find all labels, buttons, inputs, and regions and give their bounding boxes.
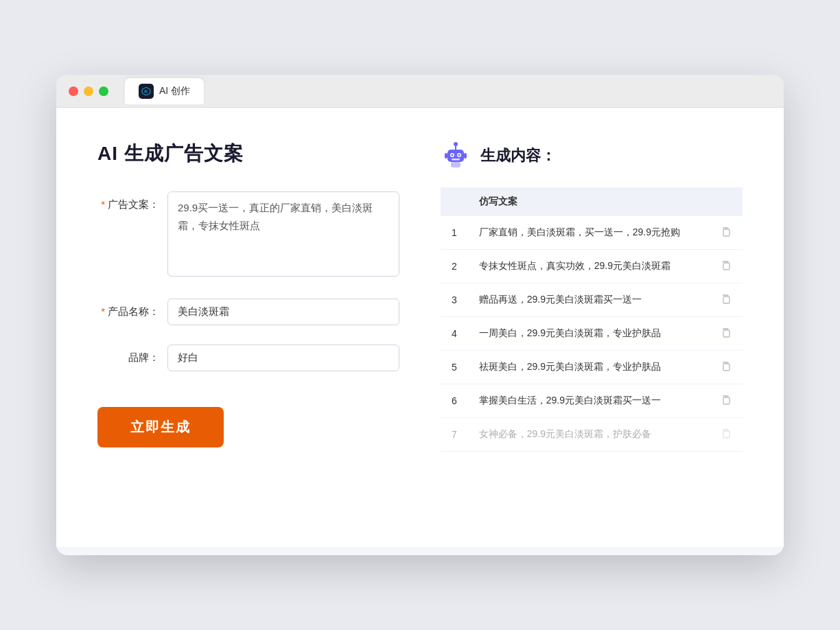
copy-icon[interactable] [721,362,732,373]
copy-cell [710,216,743,250]
product-name-label: *产品名称： [97,299,159,318]
required-star-product: * [101,305,105,317]
svg-rect-14 [723,263,730,270]
row-text: 掌握美白生活，29.9元美白淡斑霜买一送一 [468,384,710,418]
svg-rect-11 [464,153,467,159]
svg-point-7 [452,154,454,156]
ad-copy-textarea[interactable]: 29.9买一送一，真正的厂家直销，美白淡斑霜，专抹女性斑点 [167,191,399,277]
copy-icon[interactable] [721,261,732,272]
svg-rect-18 [723,397,730,404]
left-panel: AI 生成广告文案 *广告文案： 29.9买一送一，真正的厂家直销，美白淡斑霜，… [97,141,399,514]
svg-rect-10 [445,153,447,159]
copy-cell [710,317,743,351]
brand-input[interactable] [167,345,399,371]
right-panel: 生成内容： 仿写文案 1厂家直销，美白淡斑霜，买一送一，29.9元抢购 2专抹女… [441,141,743,514]
row-text: 一周美白，29.9元美白淡斑霜，专业护肤品 [468,317,710,351]
result-table: 仿写文案 1厂家直销，美白淡斑霜，买一送一，29.9元抢购 2专抹女性斑点，真实… [441,187,743,452]
svg-text:AI: AI [144,90,148,93]
col-text-header: 仿写文案 [468,187,710,216]
col-copy-header [710,187,743,216]
form-group-ad-copy: *广告文案： 29.9买一送一，真正的厂家直销，美白淡斑霜，专抹女性斑点 [97,191,399,279]
copy-cell [710,384,743,418]
page-title: AI 生成广告文案 [97,141,399,167]
form-group-product-name: *产品名称： [97,299,399,325]
row-text: 专抹女性斑点，真实功效，29.9元美白淡斑霜 [468,250,710,283]
result-header: 生成内容： [441,141,743,171]
svg-rect-15 [723,296,730,303]
row-text: 祛斑美白，29.9元美白淡斑霜，专业护肤品 [468,351,710,384]
browser-titlebar: AI AI 创作 [56,75,784,108]
copy-icon[interactable] [721,294,732,306]
svg-point-2 [454,142,458,146]
svg-point-8 [458,154,460,156]
traffic-light-green[interactable] [99,86,108,96]
row-number: 2 [441,250,468,283]
brand-input-wrap [167,345,399,371]
col-num-header [441,187,468,216]
table-row: 1厂家直销，美白淡斑霜，买一送一，29.9元抢购 [441,216,743,250]
row-text: 厂家直销，美白淡斑霜，买一送一，29.9元抢购 [468,216,710,250]
copy-icon[interactable] [721,395,732,407]
svg-rect-16 [723,330,730,337]
svg-rect-12 [451,162,460,167]
robot-icon [441,141,471,171]
svg-rect-19 [723,431,730,438]
browser-window: AI AI 创作 AI 生成广告文案 *广告文案： 29.9买一送一，真正的厂家… [56,75,784,555]
row-number: 3 [441,283,468,317]
required-star-ad: * [101,198,105,210]
copy-cell [710,418,743,452]
result-title: 生成内容： [480,145,556,166]
ad-copy-label: *广告文案： [97,191,159,211]
traffic-lights [69,86,108,96]
ad-copy-input-wrap: 29.9买一送一，真正的厂家直销，美白淡斑霜，专抹女性斑点 [167,191,399,279]
table-row: 5祛斑美白，29.9元美白淡斑霜，专业护肤品 [441,351,743,384]
table-row: 2专抹女性斑点，真实功效，29.9元美白淡斑霜 [441,250,743,283]
svg-rect-9 [452,159,460,161]
browser-content: AI 生成广告文案 *广告文案： 29.9买一送一，真正的厂家直销，美白淡斑霜，… [56,108,784,547]
row-text: 赠品再送，29.9元美白淡斑霜买一送一 [468,283,710,317]
row-number: 6 [441,384,468,418]
row-number: 5 [441,351,468,384]
table-row: 3赠品再送，29.9元美白淡斑霜买一送一 [441,283,743,317]
svg-rect-13 [723,229,730,236]
traffic-light-red[interactable] [69,86,78,96]
traffic-light-yellow[interactable] [84,86,93,96]
table-header-row: 仿写文案 [441,187,743,216]
table-row: 7女神必备，29.9元美白淡斑霜，护肤必备 [441,418,743,452]
row-number: 4 [441,317,468,351]
brand-label: 品牌： [97,345,159,364]
copy-cell [710,283,743,317]
table-row: 6掌握美白生活，29.9元美白淡斑霜买一送一 [441,384,743,418]
copy-icon[interactable] [721,328,732,340]
row-number: 1 [441,216,468,250]
svg-rect-17 [723,364,730,371]
generate-button[interactable]: 立即生成 [97,407,224,447]
copy-cell [710,351,743,384]
tab-ai-create[interactable]: AI AI 创作 [125,78,204,104]
row-number: 7 [441,418,468,452]
table-row: 4一周美白，29.9元美白淡斑霜，专业护肤品 [441,317,743,351]
copy-icon[interactable] [721,429,732,441]
form-group-brand: 品牌： [97,345,399,371]
tab-label: AI 创作 [159,85,190,97]
tab-ai-icon: AI [139,84,154,99]
product-name-input[interactable] [167,299,399,325]
product-name-input-wrap [167,299,399,325]
row-text: 女神必备，29.9元美白淡斑霜，护肤必备 [468,418,710,452]
copy-cell [710,250,743,283]
copy-icon[interactable] [721,227,732,239]
